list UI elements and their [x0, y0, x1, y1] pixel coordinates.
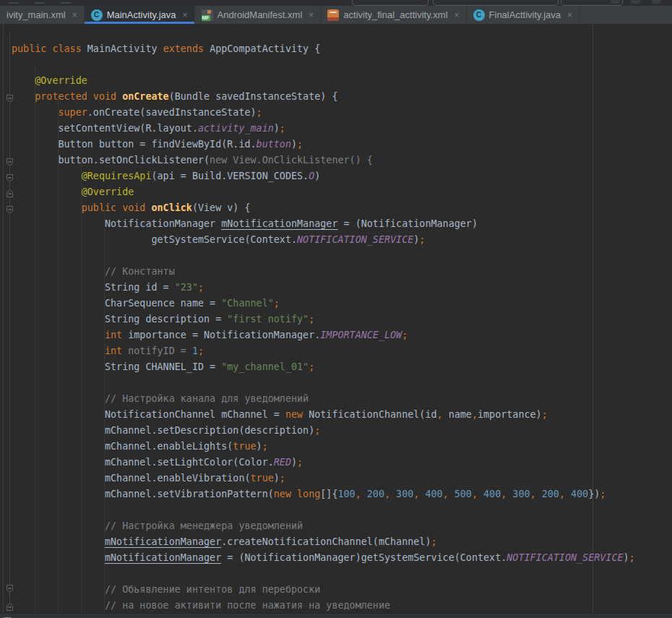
class-file-icon: C — [91, 9, 103, 21]
toolbar-icon[interactable] — [61, 2, 71, 4]
code-line[interactable] — [12, 57, 635, 73]
code-line[interactable] — [12, 375, 635, 391]
code-line[interactable]: public void onClick(View v) { — [12, 200, 635, 216]
tab-label: activity_final_acttivity.xml — [343, 9, 447, 20]
code-line[interactable]: public class MainActivity extends AppCom… — [12, 41, 635, 57]
code-line[interactable]: // Обьявление интентов для переброски — [12, 582, 635, 598]
gutter-border-line — [3, 24, 4, 613]
toolbar-icon[interactable] — [652, 0, 661, 4]
code-line[interactable] — [12, 248, 635, 264]
code-line[interactable]: @Override — [12, 73, 635, 89]
code-area[interactable]: public class MainActivity extends AppCom… — [12, 41, 635, 613]
code-line[interactable]: protected void onCreate(Bundle savedInst… — [12, 89, 635, 105]
editor-tabs: ivity_main.xml×CMainActivity.java×MFAndr… — [0, 6, 672, 24]
manifest-file-icon: MF — [202, 9, 213, 21]
code-line[interactable]: mNotificationManager = (NotificationMana… — [12, 550, 635, 566]
tab-label: MainActivity.java — [107, 9, 176, 20]
code-line[interactable]: // Настройка канала для уведомлений — [12, 391, 635, 407]
code-line[interactable]: Button button = findViewById(R.id.button… — [12, 137, 635, 153]
code-line[interactable]: // Настройка менеджера уведомлений — [12, 518, 635, 534]
code-line[interactable]: String CHANNEL_ID = "my_channel_01"; — [12, 359, 635, 375]
tab-activity-final-acttivity-xml[interactable]: activity_final_acttivity.xml× — [321, 6, 466, 24]
code-line[interactable]: @RequiresApi(api = Build.VERSION_CODES.O… — [12, 168, 635, 184]
tab-label: ivity_main.xml — [7, 9, 66, 20]
tab-androidmanifest-xml[interactable]: MFAndroidManifest.xml× — [195, 6, 322, 24]
code-line[interactable]: mChannel.setDescription(description); — [12, 423, 635, 439]
tab-ivity-main-xml[interactable]: ivity_main.xml× — [0, 6, 85, 24]
tab-close-icon[interactable]: × — [309, 11, 314, 20]
device-selector-group[interactable] — [433, 0, 559, 6]
tab-finalacttivity-java[interactable]: CFinalActtivity.java× — [467, 6, 580, 24]
code-line[interactable]: mChannel.enableLights(true); — [12, 439, 635, 455]
code-line[interactable] — [12, 502, 635, 518]
code-line[interactable]: mNotificationManager.createNotificationC… — [12, 534, 635, 550]
code-line[interactable]: @Override — [12, 184, 635, 200]
code-line[interactable]: mChannel.setVibrationPattern(new long[]{… — [12, 486, 635, 502]
code-line[interactable]: // Константы — [12, 264, 635, 280]
toolbar-icon[interactable] — [611, 0, 620, 4]
code-line[interactable]: mChannel.enableVibration(true); — [12, 471, 635, 486]
code-line[interactable]: CharSequence name = "Channel"; — [12, 296, 635, 312]
toolbar-icon[interactable] — [35, 2, 45, 4]
code-line[interactable]: int importance = NotificationManager.IMP… — [12, 327, 635, 343]
layout-file-icon — [327, 9, 339, 21]
code-line[interactable]: button.setOnClickListener(new View.OnCli… — [12, 153, 635, 168]
code-line[interactable]: super.onCreate(savedInstanceState); — [12, 105, 635, 121]
run-configuration-combo[interactable] — [352, 0, 428, 6]
tool-window-bar: TODOProblemsTerminalLogcatBuildProfilerA… — [0, 613, 672, 618]
tab-mainactivity-java[interactable]: CMainActivity.java× — [85, 6, 195, 24]
code-line[interactable] — [12, 566, 635, 582]
toolbar-icon[interactable] — [631, 0, 640, 4]
toolbar-icon[interactable] — [9, 2, 19, 4]
tab-close-icon[interactable]: × — [182, 11, 187, 20]
tab-close-icon[interactable]: × — [455, 11, 460, 20]
code-line[interactable]: String description = "first notify"; — [12, 312, 635, 327]
tab-label: AndroidManifest.xml — [217, 9, 303, 20]
class-file-icon: C — [473, 9, 485, 21]
tab-close-icon[interactable]: × — [567, 11, 572, 20]
fold-scope-line — [9, 33, 10, 613]
tab-label: FinalActtivity.java — [489, 9, 561, 20]
code-line[interactable]: int notifyID = 1; — [12, 343, 635, 359]
tab-close-icon[interactable]: × — [72, 11, 77, 20]
code-line[interactable]: mChannel.setLightColor(Color.RED); — [12, 455, 635, 471]
code-editor[interactable]: public class MainActivity extends AppCom… — [0, 24, 672, 613]
android-studio-window: ivity_main.xml×CMainActivity.java×MFAndr… — [0, 0, 672, 618]
code-line[interactable]: NotificationChannel mChannel = new Notif… — [12, 407, 635, 423]
code-line[interactable]: String id = "23"; — [12, 280, 635, 296]
code-line[interactable]: NotificationManager mNotificationManager… — [12, 216, 635, 232]
code-line[interactable]: // на новое активити после нажатия на ув… — [12, 598, 635, 613]
code-line[interactable]: getSystemService(Context.NOTIFICATION_SE… — [12, 232, 635, 248]
code-line[interactable]: setContentView(R.layout.activity_main); — [12, 121, 635, 137]
